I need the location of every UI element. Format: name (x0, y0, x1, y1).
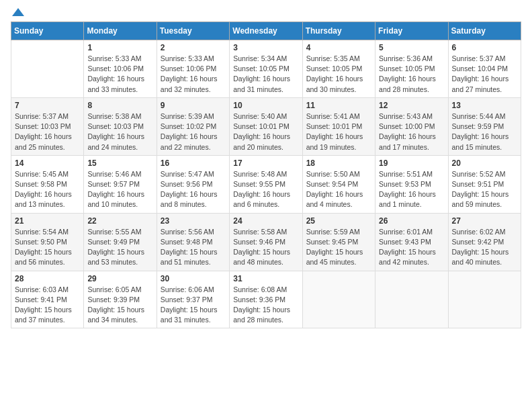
calendar-cell: 28Sunrise: 6:03 AM Sunset: 9:41 PM Dayli… (11, 271, 84, 328)
day-number: 16 (161, 158, 226, 168)
day-header-sunday: Sunday (11, 22, 84, 40)
calendar-cell: 18Sunrise: 5:50 AM Sunset: 9:54 PM Dayli… (302, 155, 375, 213)
day-info: Sunrise: 5:33 AM Sunset: 10:06 PM Daylig… (87, 54, 152, 95)
day-info: Sunrise: 5:37 AM Sunset: 10:03 PM Daylig… (15, 111, 80, 152)
day-info: Sunrise: 5:47 AM Sunset: 9:56 PM Dayligh… (161, 169, 226, 210)
calendar-cell: 31Sunrise: 6:08 AM Sunset: 9:36 PM Dayli… (230, 271, 302, 328)
day-info: Sunrise: 6:08 AM Sunset: 9:36 PM Dayligh… (233, 285, 298, 326)
calendar-cell: 5Sunrise: 5:36 AM Sunset: 10:05 PM Dayli… (375, 40, 448, 98)
calendar-cell: 22Sunrise: 5:55 AM Sunset: 9:49 PM Dayli… (84, 213, 157, 271)
calendar-week-row: 1Sunrise: 5:33 AM Sunset: 10:06 PM Dayli… (11, 40, 521, 98)
calendar-cell: 30Sunrise: 6:06 AM Sunset: 9:37 PM Dayli… (157, 271, 229, 328)
day-info: Sunrise: 6:01 AM Sunset: 9:43 PM Dayligh… (379, 227, 444, 268)
day-header-saturday: Saturday (448, 22, 521, 40)
day-number: 10 (233, 101, 298, 110)
calendar-cell: 1Sunrise: 5:33 AM Sunset: 10:06 PM Dayli… (84, 40, 157, 98)
calendar-cell: 26Sunrise: 6:01 AM Sunset: 9:43 PM Dayli… (375, 213, 448, 271)
day-info: Sunrise: 5:46 AM Sunset: 9:57 PM Dayligh… (87, 169, 152, 210)
calendar-cell: 23Sunrise: 5:56 AM Sunset: 9:48 PM Dayli… (157, 213, 229, 271)
day-info: Sunrise: 5:45 AM Sunset: 9:58 PM Dayligh… (15, 169, 80, 210)
day-number: 24 (233, 216, 298, 226)
day-number: 14 (15, 158, 80, 168)
day-info: Sunrise: 5:43 AM Sunset: 10:00 PM Daylig… (379, 111, 444, 152)
calendar-week-row: 21Sunrise: 5:54 AM Sunset: 9:50 PM Dayli… (11, 213, 521, 271)
day-number: 9 (161, 101, 226, 110)
day-info: Sunrise: 5:38 AM Sunset: 10:03 PM Daylig… (87, 111, 152, 152)
svg-marker-0 (12, 8, 24, 16)
calendar-cell: 8Sunrise: 5:38 AM Sunset: 10:03 PM Dayli… (84, 97, 157, 155)
day-number: 29 (87, 274, 152, 283)
day-number: 8 (87, 101, 152, 110)
day-header-monday: Monday (84, 22, 157, 40)
day-info: Sunrise: 5:51 AM Sunset: 9:53 PM Dayligh… (379, 169, 444, 210)
day-info: Sunrise: 6:03 AM Sunset: 9:41 PM Dayligh… (15, 285, 80, 326)
day-number: 26 (379, 216, 444, 226)
calendar-week-row: 7Sunrise: 5:37 AM Sunset: 10:03 PM Dayli… (11, 97, 521, 155)
calendar-cell: 13Sunrise: 5:44 AM Sunset: 9:59 PM Dayli… (448, 97, 521, 155)
calendar-cell (11, 40, 84, 98)
calendar-cell (302, 271, 375, 328)
day-number: 18 (306, 158, 371, 168)
day-number: 13 (452, 101, 517, 110)
calendar-cell: 4Sunrise: 5:35 AM Sunset: 10:05 PM Dayli… (302, 40, 375, 98)
calendar-table: SundayMondayTuesdayWednesdayThursdayFrid… (11, 21, 521, 328)
day-number: 1 (87, 43, 152, 52)
day-info: Sunrise: 5:52 AM Sunset: 9:51 PM Dayligh… (452, 169, 517, 210)
page-header (11, 11, 521, 16)
day-info: Sunrise: 5:37 AM Sunset: 10:04 PM Daylig… (452, 54, 517, 95)
day-number: 28 (15, 274, 80, 283)
day-info: Sunrise: 5:54 AM Sunset: 9:50 PM Dayligh… (15, 227, 80, 268)
calendar-cell: 17Sunrise: 5:48 AM Sunset: 9:55 PM Dayli… (230, 155, 302, 213)
day-number: 21 (15, 216, 80, 226)
calendar-cell: 7Sunrise: 5:37 AM Sunset: 10:03 PM Dayli… (11, 97, 84, 155)
calendar-cell: 9Sunrise: 5:39 AM Sunset: 10:02 PM Dayli… (157, 97, 229, 155)
day-info: Sunrise: 5:33 AM Sunset: 10:06 PM Daylig… (161, 54, 226, 95)
day-number: 20 (452, 158, 517, 168)
calendar-cell: 2Sunrise: 5:33 AM Sunset: 10:06 PM Dayli… (157, 40, 229, 98)
day-info: Sunrise: 5:34 AM Sunset: 10:05 PM Daylig… (233, 54, 298, 95)
calendar-cell: 25Sunrise: 5:59 AM Sunset: 9:45 PM Dayli… (302, 213, 375, 271)
day-number: 22 (87, 216, 152, 226)
day-number: 30 (161, 274, 226, 283)
calendar-cell (448, 271, 521, 328)
day-header-tuesday: Tuesday (157, 22, 229, 40)
calendar-cell: 20Sunrise: 5:52 AM Sunset: 9:51 PM Dayli… (448, 155, 521, 213)
calendar-cell: 3Sunrise: 5:34 AM Sunset: 10:05 PM Dayli… (230, 40, 302, 98)
day-info: Sunrise: 5:44 AM Sunset: 9:59 PM Dayligh… (452, 111, 517, 152)
day-number: 15 (87, 158, 152, 168)
day-number: 27 (452, 216, 517, 226)
day-number: 19 (379, 158, 444, 168)
day-number: 11 (306, 101, 371, 110)
calendar-week-row: 28Sunrise: 6:03 AM Sunset: 9:41 PM Dayli… (11, 271, 521, 328)
calendar-header-row: SundayMondayTuesdayWednesdayThursdayFrid… (11, 22, 521, 40)
day-header-friday: Friday (375, 22, 448, 40)
calendar-cell: 14Sunrise: 5:45 AM Sunset: 9:58 PM Dayli… (11, 155, 84, 213)
calendar-cell: 6Sunrise: 5:37 AM Sunset: 10:04 PM Dayli… (448, 40, 521, 98)
calendar-cell (375, 271, 448, 328)
calendar-cell: 27Sunrise: 6:02 AM Sunset: 9:42 PM Dayli… (448, 213, 521, 271)
day-number: 23 (161, 216, 226, 226)
day-info: Sunrise: 5:59 AM Sunset: 9:45 PM Dayligh… (306, 227, 371, 268)
calendar-cell: 11Sunrise: 5:41 AM Sunset: 10:01 PM Dayl… (302, 97, 375, 155)
day-number: 25 (306, 216, 371, 226)
day-info: Sunrise: 5:39 AM Sunset: 10:02 PM Daylig… (161, 111, 226, 152)
calendar-week-row: 14Sunrise: 5:45 AM Sunset: 9:58 PM Dayli… (11, 155, 521, 213)
day-info: Sunrise: 5:58 AM Sunset: 9:46 PM Dayligh… (233, 227, 298, 268)
day-number: 4 (306, 43, 371, 52)
day-info: Sunrise: 5:36 AM Sunset: 10:05 PM Daylig… (379, 54, 444, 95)
calendar-cell: 21Sunrise: 5:54 AM Sunset: 9:50 PM Dayli… (11, 213, 84, 271)
logo (11, 11, 24, 16)
day-info: Sunrise: 5:56 AM Sunset: 9:48 PM Dayligh… (161, 227, 226, 268)
day-number: 5 (379, 43, 444, 52)
calendar-cell: 16Sunrise: 5:47 AM Sunset: 9:56 PM Dayli… (157, 155, 229, 213)
calendar-cell: 24Sunrise: 5:58 AM Sunset: 9:46 PM Dayli… (230, 213, 302, 271)
day-header-wednesday: Wednesday (230, 22, 302, 40)
day-info: Sunrise: 6:06 AM Sunset: 9:37 PM Dayligh… (161, 285, 226, 326)
calendar-cell: 12Sunrise: 5:43 AM Sunset: 10:00 PM Dayl… (375, 97, 448, 155)
calendar-cell: 29Sunrise: 6:05 AM Sunset: 9:39 PM Dayli… (84, 271, 157, 328)
day-info: Sunrise: 6:05 AM Sunset: 9:39 PM Dayligh… (87, 285, 152, 326)
day-info: Sunrise: 5:35 AM Sunset: 10:05 PM Daylig… (306, 54, 371, 95)
day-info: Sunrise: 5:41 AM Sunset: 10:01 PM Daylig… (306, 111, 371, 152)
day-number: 12 (379, 101, 444, 110)
calendar-cell: 10Sunrise: 5:40 AM Sunset: 10:01 PM Dayl… (230, 97, 302, 155)
